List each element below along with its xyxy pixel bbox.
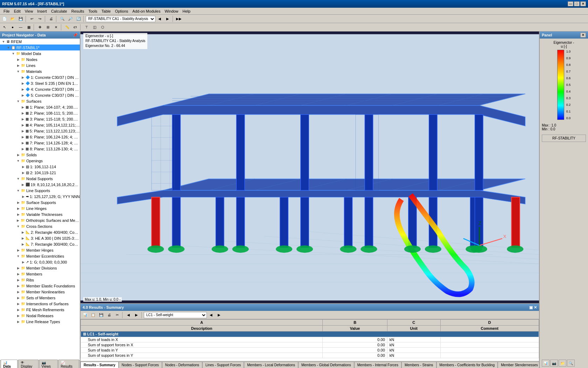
bottom-tab[interactable]: Nodes - Deformations	[162, 362, 202, 368]
bottom-tab[interactable]: Members - Internal Forces	[354, 362, 401, 368]
results-tb-2[interactable]: 📋	[89, 312, 97, 319]
tb-surface[interactable]: ▦	[25, 24, 33, 31]
nav-pin-icon[interactable]: 📌	[73, 33, 78, 38]
tree-item[interactable]: ▶📁Member Hinges	[0, 247, 80, 253]
menu-insert[interactable]: Insert	[35, 8, 49, 14]
tb-view-front[interactable]: ◫	[91, 24, 98, 31]
tb-select[interactable]: ↖	[1, 24, 8, 31]
tree-item[interactable]: ▶🔷1: Concrete C30/37 | DIN 1045-	[0, 74, 80, 80]
bottom-tab[interactable]: Members - Local Deformations	[244, 362, 298, 368]
bottom-tab[interactable]: Results - Summary	[80, 362, 119, 368]
menu-results[interactable]: Results	[69, 8, 86, 14]
viewport-3d-container[interactable]: Eigenvector - u [-] RF-STABILITY CA1 - S…	[80, 32, 539, 303]
tree-item[interactable]: ▶▦3: Plane; 115-118; 5; 200.0 mm	[0, 116, 80, 122]
minimize-button[interactable]: —	[568, 1, 573, 6]
results-tb-5[interactable]: ✂	[113, 312, 121, 319]
bottom-tab[interactable]: Members - Strains	[401, 362, 436, 368]
bottom-tab[interactable]: Nodes - Support Forces	[119, 362, 162, 368]
tree-item[interactable]: ▶➡1: 125,127,129; G; YYY NNN	[0, 193, 80, 199]
tree-item[interactable]: ▼📁Member Eccentricities	[0, 253, 80, 259]
panel-tb-1[interactable]: 📊	[542, 360, 550, 367]
tree-item[interactable]: ▼📁Surfaces	[0, 98, 80, 104]
tree-item[interactable]: ▶▦7: Plane; 114,126-128; 4; 200.0	[0, 140, 80, 146]
tb-print[interactable]: 🖨	[47, 15, 55, 22]
nav-tab-display[interactable]: 👁 Display	[18, 360, 38, 368]
tree-item[interactable]: ▼📋RF-STABIL1*	[0, 45, 80, 50]
panel-tb-3[interactable]: 📁	[559, 360, 566, 367]
tree-item[interactable]: ▶📐7: Rectangle 300/400; Concrete	[0, 241, 80, 247]
tree-item[interactable]: ▶📁Sets of Members	[0, 295, 80, 301]
panel-close-btn[interactable]: ✕	[580, 33, 586, 38]
results-tb-4[interactable]: 🖨	[105, 312, 113, 319]
tb-open[interactable]: 📂	[9, 15, 16, 22]
tree-item[interactable]: ▶📁Nodal Releases	[0, 313, 80, 319]
tb-measure[interactable]: 📏	[63, 24, 71, 31]
tree-item[interactable]: ▶📁Intersections of Surfaces	[0, 301, 80, 307]
tree-item[interactable]: ▶📁Ribs	[0, 277, 80, 283]
tree-item[interactable]: ▶📁Orthotropic Surfaces and Membra	[0, 217, 80, 223]
bottom-tab[interactable]: Members - Global Deformations	[298, 362, 354, 368]
results-tb-1[interactable]: 📊	[81, 312, 89, 319]
results-nav-next[interactable]: ▶	[215, 312, 223, 319]
tb-rotate[interactable]: 🔄	[75, 15, 82, 22]
table-row[interactable]: Sum of support forces in Y0.00kN	[81, 353, 539, 358]
nav-tab-views[interactable]: 📷 Views	[39, 360, 58, 368]
menu-view[interactable]: View	[23, 8, 35, 14]
tree-item[interactable]: ▶📐2: Rectangle 400/400; Concrete	[0, 229, 80, 235]
tb-delete[interactable]: ✕	[52, 24, 60, 31]
tree-item[interactable]: ▶📁Member Divisions	[0, 265, 80, 271]
tb-view-top[interactable]: ⊤	[83, 24, 90, 31]
menu-tools[interactable]: Tools	[86, 8, 99, 14]
nav-tab-data[interactable]: 📊 Data	[1, 360, 18, 368]
results-nav-prev[interactable]: ◀	[207, 312, 215, 319]
tree-item[interactable]: ▶▦6: Plane; 106,124-126; 4; 200.0	[0, 134, 80, 140]
table-row[interactable]: Sum of loads in X0.00kN	[81, 337, 539, 342]
tb-run[interactable]: ▶▶	[175, 15, 183, 22]
tb-line[interactable]: —	[17, 24, 24, 31]
results-tb-fwd[interactable]: ▶	[133, 312, 140, 319]
tree-item[interactable]: ▶📁Line Hinges	[0, 205, 80, 211]
tree-item[interactable]: ▶↗1: G; 0,0,300; 0,0,300	[0, 259, 80, 265]
maximize-button[interactable]: □	[574, 1, 580, 6]
tb-new[interactable]: 📄	[1, 15, 8, 22]
tree-item[interactable]: ▶⬛19: 8,10,12,14,16,18,20,22,24; Y	[0, 182, 80, 188]
tree-item[interactable]: ▼📁Model Data	[0, 50, 80, 56]
tree-item[interactable]: ▶📁Lines	[0, 62, 80, 68]
tree-item[interactable]: ▶📁Line Release Types	[0, 319, 80, 325]
tree-item[interactable]: ▶▧2: 104,119-121	[0, 170, 80, 176]
tree-item[interactable]: ▶📁Surface Supports	[0, 199, 80, 205]
tb-prev[interactable]: ◀	[156, 15, 163, 22]
tree-item[interactable]: ▶📁Solids	[0, 152, 80, 158]
tree-item[interactable]: ▶🔷4: Concrete C30/37 | DIN 1045-	[0, 86, 80, 92]
results-tb-back[interactable]: ◀	[125, 312, 132, 319]
tree-item[interactable]: ▶▦2: Plane; 108-111; 5; 200.0 mm	[0, 110, 80, 116]
menu-calculate[interactable]: Calculate	[49, 8, 69, 14]
bottom-tab[interactable]: Lines - Support Forces	[202, 362, 244, 368]
tb-next[interactable]: ▶	[164, 15, 172, 22]
tree-item[interactable]: ▶📁Variable Thicknesses	[0, 211, 80, 217]
table-row[interactable]: ⊞ LC1 - Self-weight	[81, 332, 539, 337]
tree-item[interactable]: ▼🖥RFEM	[0, 39, 80, 45]
nav-tab-results[interactable]: 📈 Results	[58, 360, 79, 368]
menu-addon[interactable]: Add-on Modules	[130, 8, 162, 14]
tb-save[interactable]: 💾	[17, 15, 24, 22]
tree-item[interactable]: ▶📁Members	[0, 271, 80, 277]
tree-item[interactable]: ▼📁Cross-Sections	[0, 223, 80, 229]
tree-item[interactable]: ▼📁Openings	[0, 158, 80, 164]
bottom-tab[interactable]: Member Slendernesses	[498, 362, 539, 368]
tree-item[interactable]: ▶▦4: Plane; 105,114,122,121; 4; 20	[0, 122, 80, 128]
table-row[interactable]: Sum of loads in Y0.00kN	[81, 348, 539, 353]
tree-item[interactable]: ▼📁Materials	[0, 68, 80, 74]
tb-undo[interactable]: ↩	[28, 15, 36, 22]
tb-zoom-in[interactable]: 🔍	[58, 15, 66, 22]
menu-window[interactable]: Window	[162, 8, 180, 14]
bottom-tab[interactable]: Members - Coefficients for Buckling	[436, 362, 498, 368]
menu-help[interactable]: Help	[181, 8, 193, 14]
rf-stability-button[interactable]: RF-STABILITY	[542, 135, 586, 142]
tree-item[interactable]: ▼📁Line Supports	[0, 188, 80, 193]
table-row[interactable]: Sum of support forces in X0.00kN	[81, 342, 539, 348]
tb-view-3d[interactable]: ⬡	[99, 24, 106, 31]
panel-tb-2[interactable]: 📷	[550, 360, 558, 367]
close-button[interactable]: ✕	[580, 1, 586, 6]
tb-label[interactable]: 🏷	[71, 24, 79, 31]
